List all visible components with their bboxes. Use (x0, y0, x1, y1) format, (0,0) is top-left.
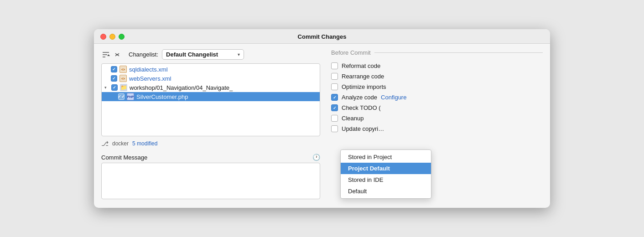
xml-icon: <> (119, 66, 127, 73)
commit-message-textarea[interactable] (101, 163, 320, 199)
option-row-rearrange: Rearrange code (331, 71, 543, 82)
dropdown-popup: Stored in Project Project Default Stored… (340, 149, 431, 199)
file-item-silvercustomer[interactable]: ✓ PHP SilverCustomer.php (102, 92, 320, 101)
commit-message-section: Commit Message 🕐 (101, 154, 320, 201)
expand-collapse-icon[interactable] (114, 50, 123, 59)
file-name-sqldialects: sqldialects.xml (129, 66, 168, 73)
file-checkbox-webservers[interactable] (111, 75, 117, 82)
expand-arrow-icon: ▾ (104, 85, 109, 90)
left-panel: Changelist: Default Changelist ▾ <> sqld… (101, 49, 320, 201)
xml-icon-2: <> (119, 75, 127, 82)
file-item-webservers[interactable]: <> webServers.xml (102, 74, 320, 83)
label-analyze: Analyze code (342, 94, 377, 101)
modified-count: 5 modified (132, 140, 157, 147)
folder-icon: 📁 (120, 84, 127, 91)
checkbox-reformat[interactable] (331, 62, 338, 69)
file-checkbox-silvercustomer[interactable]: ✓ (118, 93, 125, 100)
svg-marker-3 (107, 54, 110, 56)
checkbox-analyze[interactable] (331, 94, 338, 101)
branch-name: docker (112, 140, 129, 147)
titlebar: Commit Changes (94, 29, 550, 44)
commit-message-label: Commit Message (101, 154, 147, 161)
label-checktodo: Check TODO ( (342, 104, 380, 111)
file-checkbox-sqldialects[interactable] (111, 66, 117, 72)
branch-icon: ⎇ (101, 140, 109, 147)
file-item-workshop[interactable]: ▾ 📁 workshop/01_Navigation/04_Navigate_ (102, 83, 320, 92)
option-row-checktodo: Check TODO ( (331, 103, 543, 113)
file-item-sqldialects[interactable]: <> sqldialects.xml (102, 65, 320, 74)
changelist-dropdown[interactable]: Default Changelist ▾ (162, 49, 244, 60)
checkbox-optimize[interactable] (331, 83, 338, 90)
status-bar: ⎇ docker 5 modified (101, 140, 320, 147)
option-row-analyze: Analyze code Configure (331, 92, 543, 103)
changelist-label: Changelist: (129, 51, 158, 58)
php-icon: PHP (127, 93, 134, 100)
file-name-webservers: webServers.xml (129, 75, 171, 82)
file-checkbox-workshop[interactable] (111, 84, 118, 91)
option-row-cleanup: Cleanup (331, 113, 543, 124)
dropdown-arrow-icon: ▾ (238, 52, 240, 57)
window-body: Changelist: Default Changelist ▾ <> sqld… (94, 44, 550, 208)
file-name-silvercustomer: SilverCustomer.php (136, 93, 188, 100)
checkbox-rearrange[interactable] (331, 73, 338, 80)
label-reformat: Reformat code (342, 62, 380, 69)
before-commit-title: Before Commit (331, 49, 543, 56)
main-window: Commit Changes (94, 29, 550, 208)
history-icon[interactable]: 🕐 (312, 154, 320, 161)
toolbar: Changelist: Default Changelist ▾ (101, 49, 320, 60)
file-name-workshop: workshop/01_Navigation/04_Navigate_ (130, 84, 233, 91)
traffic-lights (100, 34, 125, 40)
changelist-dropdown-label: Default Changelist (166, 51, 218, 58)
option-row-reformat: Reformat code (331, 61, 543, 71)
checkbox-updatecopyright[interactable] (331, 125, 338, 132)
close-button[interactable] (100, 34, 106, 40)
popup-item-project-default[interactable]: Project Default (341, 163, 431, 174)
popup-item-stored-project[interactable]: Stored in Project (341, 151, 431, 163)
popup-item-stored-ide[interactable]: Stored in IDE (341, 174, 431, 185)
window-title: Commit Changes (298, 33, 347, 40)
configure-link[interactable]: Configure (381, 94, 406, 101)
commit-message-label-row: Commit Message 🕐 (101, 154, 320, 161)
label-cleanup: Cleanup (342, 115, 364, 122)
label-updatecopyright: Update copyri… (342, 125, 384, 132)
minimize-button[interactable] (109, 34, 115, 40)
checkbox-cleanup[interactable] (331, 115, 338, 122)
sort-icon[interactable] (101, 50, 110, 59)
popup-item-default[interactable]: Default (341, 185, 431, 197)
checkbox-checktodo[interactable] (331, 104, 338, 111)
option-row-optimize: Optimize imports (331, 82, 543, 92)
maximize-button[interactable] (119, 34, 125, 40)
file-list: <> sqldialects.xml <> webServers.xml ▾ 📁… (101, 63, 320, 136)
right-panel: Before Commit Reformat code Rearrange co… (331, 49, 543, 201)
label-rearrange: Rearrange code (342, 73, 384, 80)
label-optimize: Optimize imports (342, 83, 386, 90)
option-row-updatecopyright: Update copyri… (331, 124, 543, 134)
